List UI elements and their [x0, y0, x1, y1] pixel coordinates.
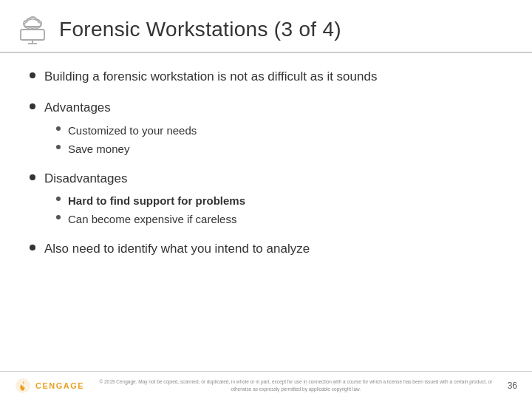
bullet-item-1: Building a forensic workstation is not a… — [30, 68, 502, 86]
bullet-sub-2-1: Customized to your needs — [56, 123, 502, 138]
bullet-sub-3-1: Hard to find support for problems — [56, 193, 502, 208]
cengage-brand-label: CENGAGE — [35, 381, 84, 390]
bullet-sub-dot-3-1 — [56, 197, 61, 201]
slide: Forensic Workstations (3 of 4) Building … — [0, 0, 532, 399]
bullet-sub-text-3-1: Hard to find support for problems — [68, 193, 245, 208]
bullet-dot-1 — [30, 72, 35, 78]
bullet-text-2: Advantages — [44, 99, 111, 117]
bullet-text-4: Also need to identify what you intend to… — [44, 240, 310, 258]
bullet-item-2: Advantages — [30, 99, 502, 117]
bullet-text-3: Disadvantages — [44, 170, 127, 188]
bullet-dot-4 — [30, 245, 35, 250]
footer-page-number: 36 — [508, 381, 517, 391]
bullet-sub-3-2: Can become expensive if careless — [56, 211, 502, 227]
bullet-dot-2 — [30, 103, 35, 109]
bullet-sub-2-2: Save money — [56, 141, 502, 157]
slide-footer: CENGAGE © 2019 Cengage. May not be copie… — [0, 371, 532, 399]
bullet-item-3: Disadvantages — [30, 170, 502, 188]
bullet-sub-dot-2-1 — [56, 126, 61, 131]
cengage-logo-icon — [15, 378, 31, 394]
bullet-sub-dot-2-2 — [56, 145, 61, 149]
slide-header: Forensic Workstations (3 of 4) — [0, 0, 532, 53]
cengage-brand: CENGAGE — [15, 378, 84, 394]
bullet-sub-text-2-1: Customized to your needs — [68, 123, 197, 138]
svg-rect-0 — [21, 30, 44, 40]
slide-content: Building a forensic workstation is not a… — [0, 53, 532, 371]
bullet-sub-text-2-2: Save money — [68, 141, 129, 157]
slide-title: Forensic Workstations (3 of 4) — [59, 18, 341, 41]
bullet-text-1: Building a forensic workstation is not a… — [44, 68, 377, 86]
footer-legal-text: © 2019 Cengage. May not be copied, scann… — [99, 378, 493, 392]
bullet-item-4: Also need to identify what you intend to… — [30, 240, 502, 258]
bullet-sub-dot-3-2 — [56, 215, 61, 219]
cloud-monitor-icon — [16, 13, 49, 46]
bullet-dot-3 — [30, 174, 35, 180]
bullet-sub-text-3-2: Can become expensive if careless — [68, 211, 236, 227]
